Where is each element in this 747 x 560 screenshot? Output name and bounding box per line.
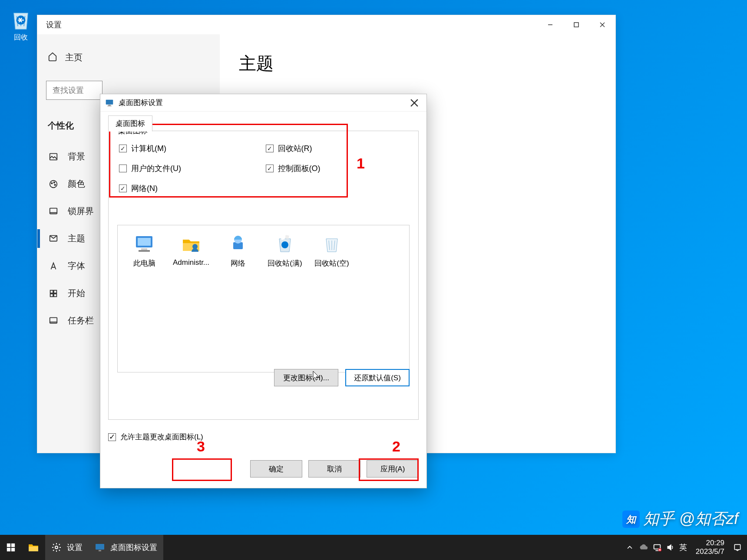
icon-recycle-empty[interactable]: 回收站(空) xyxy=(313,233,350,268)
desktop-recycle-bin[interactable]: 回收 xyxy=(9,7,33,42)
annotation-box-apply xyxy=(359,458,419,481)
network-icon xyxy=(226,233,250,255)
icon-this-pc[interactable]: 此电脑 xyxy=(126,233,163,268)
taskbar-settings-label: 设置 xyxy=(67,542,83,553)
taskbar-dialog-label: 桌面图标设置 xyxy=(110,542,157,553)
palette-icon xyxy=(48,178,59,190)
start-icon xyxy=(48,288,59,299)
annotation-3: 3 xyxy=(197,438,205,455)
lockscreen-icon xyxy=(48,206,59,217)
volume-icon[interactable] xyxy=(666,543,675,552)
taskbar: 设置 桌面图标设置 英 20:29 2023/5/7 xyxy=(0,535,747,560)
svg-rect-33 xyxy=(285,235,289,239)
computer-icon xyxy=(132,233,156,255)
svg-rect-37 xyxy=(11,544,15,547)
gear-icon xyxy=(51,542,62,553)
icon-label: 回收站(满) xyxy=(268,259,302,267)
desktop-icon-settings-dialog: 桌面图标设置 桌面图标 桌面图标 计算机(M) 回收站(R) 用户的文件(U) … xyxy=(100,94,427,488)
taskbar-settings[interactable]: 设置 xyxy=(45,535,89,560)
icon-network[interactable]: 网络 xyxy=(219,233,257,268)
svg-rect-15 xyxy=(50,293,53,296)
search-input[interactable]: 查找设置 xyxy=(46,81,102,100)
sidebar-item-label: 字体 xyxy=(68,260,85,272)
sidebar-home[interactable]: 主页 xyxy=(37,47,220,68)
svg-rect-14 xyxy=(54,290,56,293)
svg-rect-2 xyxy=(574,23,578,27)
svg-point-9 xyxy=(54,184,56,185)
taskbar-explorer[interactable] xyxy=(22,535,45,560)
svg-rect-42 xyxy=(99,550,101,551)
close-button[interactable] xyxy=(589,15,615,34)
settings-title: 设置 xyxy=(46,20,62,30)
svg-rect-46 xyxy=(734,544,740,550)
cancel-button[interactable]: 取消 xyxy=(308,460,360,478)
annotation-2: 2 xyxy=(392,438,400,455)
onedrive-icon[interactable] xyxy=(638,543,648,552)
maximize-button[interactable] xyxy=(563,15,589,34)
dialog-close-button[interactable] xyxy=(402,94,426,111)
taskbar-clock[interactable]: 20:29 2023/5/7 xyxy=(691,539,729,557)
icon-user-folder[interactable]: Administr... xyxy=(172,233,210,268)
font-icon xyxy=(48,260,59,272)
user-folder-icon xyxy=(179,233,203,255)
tab-desktop-icons[interactable]: 桌面图标 xyxy=(108,115,152,132)
chevron-up-icon[interactable] xyxy=(625,543,634,552)
recycle-bin-icon xyxy=(9,7,33,33)
svg-rect-21 xyxy=(107,105,111,106)
restore-defaults-button[interactable]: 还原默认值(S) xyxy=(345,369,410,386)
ok-button[interactable]: 确定 xyxy=(250,460,302,478)
settings-titlebar: 设置 xyxy=(37,15,615,34)
sidebar-item-label: 颜色 xyxy=(68,178,85,190)
windows-icon xyxy=(6,543,16,552)
recycle-empty-icon xyxy=(320,233,344,255)
svg-point-8 xyxy=(54,182,55,183)
search-placeholder: 查找设置 xyxy=(53,85,84,96)
svg-rect-27 xyxy=(139,250,150,252)
sidebar-home-label: 主页 xyxy=(65,52,83,63)
notifications-icon[interactable] xyxy=(733,543,742,552)
folder-icon xyxy=(28,543,39,552)
taskbar-dialog[interactable]: 桌面图标设置 xyxy=(89,535,163,560)
svg-rect-16 xyxy=(54,293,56,296)
svg-rect-26 xyxy=(141,248,147,250)
allow-theme-label: 允许主题更改桌面图标(L) xyxy=(120,432,203,442)
allow-theme-checkbox[interactable]: ✓ 允许主题更改桌面图标(L) xyxy=(108,425,419,442)
svg-text:知: 知 xyxy=(626,514,637,525)
svg-rect-19 xyxy=(106,99,113,104)
network-tray-icon[interactable] xyxy=(652,543,662,552)
taskbar-date: 2023/5/7 xyxy=(696,547,724,556)
sidebar-item-label: 任务栏 xyxy=(68,315,94,326)
start-button[interactable] xyxy=(0,535,22,560)
svg-rect-39 xyxy=(11,548,15,551)
icon-recycle-full[interactable]: 回收站(满) xyxy=(266,233,304,268)
svg-point-6 xyxy=(50,180,57,188)
icon-label: 回收站(空) xyxy=(314,259,349,267)
icon-label: Administr... xyxy=(173,258,209,267)
recycle-full-icon xyxy=(273,233,297,255)
change-icon-button[interactable]: 更改图标(H)... xyxy=(274,369,338,386)
svg-rect-36 xyxy=(7,544,10,547)
minimize-button[interactable] xyxy=(537,15,563,34)
svg-rect-13 xyxy=(50,290,53,293)
annotation-1: 1 xyxy=(357,155,365,172)
dialog-titlebar: 桌面图标设置 xyxy=(100,94,426,112)
watermark-text: 知乎 @知否zf xyxy=(643,508,738,530)
taskbar-time: 20:29 xyxy=(696,539,724,547)
zhihu-icon: 知 xyxy=(622,511,640,528)
annotation-box-1 xyxy=(109,124,348,198)
theme-icon xyxy=(48,233,59,244)
icon-label: 网络 xyxy=(231,259,245,267)
sidebar-item-label: 锁屏界 xyxy=(68,205,94,217)
home-icon xyxy=(48,52,57,63)
ime-indicator[interactable]: 英 xyxy=(679,542,687,553)
svg-point-40 xyxy=(55,546,58,549)
monitor-icon xyxy=(95,543,105,552)
sidebar-item-label: 主题 xyxy=(68,233,85,244)
svg-rect-41 xyxy=(96,544,104,550)
page-title: 主题 xyxy=(239,52,596,76)
icon-label: 此电脑 xyxy=(133,259,155,267)
svg-rect-38 xyxy=(7,548,10,551)
sidebar-item-label: 开始 xyxy=(68,287,85,299)
picture-icon xyxy=(48,151,59,162)
svg-rect-25 xyxy=(138,238,151,246)
